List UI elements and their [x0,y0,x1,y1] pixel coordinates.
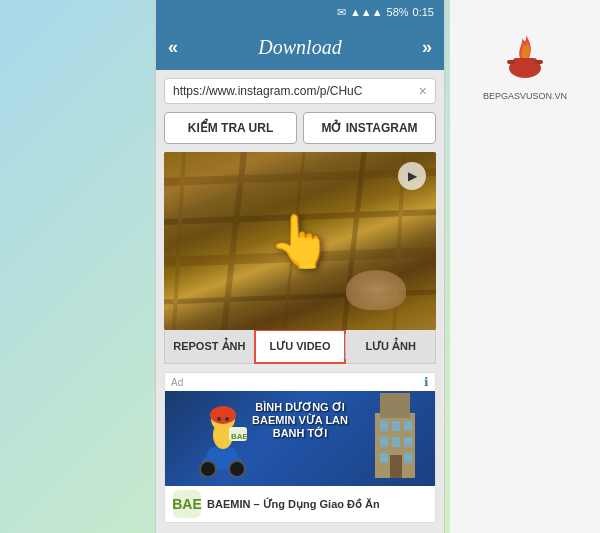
check-url-button[interactable]: KIỂM TRA URL [164,112,297,144]
save-video-button[interactable]: LƯU VIDEO [254,329,347,364]
page-title: Download [258,36,341,59]
svg-point-15 [200,461,216,477]
ad-character-icon: BAE [195,397,250,486]
ad-line2: BAEMIN VỪA LAN [252,414,348,427]
svg-rect-2 [507,60,515,64]
svg-point-19 [210,406,236,424]
url-bar: https://www.instagram.com/p/CHuC × [164,78,436,104]
action-buttons-row: KIỂM TRA URL MỞ INSTAGRAM [164,112,436,144]
forward-button[interactable]: » [422,37,432,58]
ad-banner[interactable]: BÌNH DƯƠNG ƠI BAEMIN VỪA LAN BANH TỚI [165,391,435,486]
flame-icon [483,30,567,87]
advertisement: Ad ℹ BÌNH DƯƠNG ƠI BAEMIN VỪA LAN BANH T… [164,372,436,523]
ad-footer: BAE BAEMIN – Ứng Dụng Giao Đồ Ăn [165,486,435,522]
svg-text:BAE: BAE [231,432,249,441]
video-preview: 👆 ▶ [164,152,436,330]
ad-line3: BANH TỚI [252,427,348,440]
url-clear-button[interactable]: × [419,83,427,99]
time-display: 0:15 [413,6,434,18]
status-bar: ✉ ▲▲▲ 58% 0:15 [156,0,444,24]
play-button[interactable]: ▶ [398,162,426,190]
svg-rect-29 [380,437,388,447]
svg-point-20 [217,417,221,421]
repost-image-button[interactable]: REPOST ẢNH [165,330,254,363]
media-action-row: REPOST ẢNH LƯU VIDEO LƯU ẢNH [164,330,436,364]
svg-rect-34 [390,455,402,478]
phone-mockup: ✉ ▲▲▲ 58% 0:15 « Download » https://www.… [155,0,445,533]
message-icon: ✉ [337,6,346,19]
right-sidebar: BEPGASVUSON.VN [450,0,600,533]
save-image-button[interactable]: LƯU ẢNH [346,330,435,363]
svg-point-16 [229,461,245,477]
ad-logo: BAE [173,490,201,518]
svg-rect-32 [380,453,388,463]
svg-rect-33 [404,453,412,463]
svg-rect-28 [404,421,412,431]
ad-line1: BÌNH DƯƠNG ƠI [252,401,348,414]
ad-info-icon[interactable]: ℹ [424,375,429,389]
svg-rect-26 [380,421,388,431]
ad-label-row: Ad ℹ [165,373,435,391]
url-text: https://www.instagram.com/p/CHuC [173,84,415,98]
brand-name: BEPGASVUSON.VN [483,91,567,103]
ad-banner-text: BÌNH DƯƠNG ƠI BAEMIN VỪA LAN BANH TỚI [252,401,348,440]
main-content: https://www.instagram.com/p/CHuC × KIỂM … [156,70,444,533]
wifi-icon: ▲▲▲ [350,6,383,18]
svg-rect-25 [380,393,410,418]
svg-rect-30 [392,437,400,447]
open-instagram-button[interactable]: MỞ INSTAGRAM [303,112,436,144]
battery-percent: 58% [387,6,409,18]
hand-cursor-icon: 👆 [268,211,333,272]
back-button[interactable]: « [168,37,178,58]
ad-text: Ad [171,377,183,388]
ad-description: BAEMIN – Ứng Dụng Giao Đồ Ăn [207,498,380,511]
svg-rect-27 [392,421,400,431]
svg-rect-31 [404,437,412,447]
svg-rect-1 [513,58,537,70]
svg-point-21 [225,417,229,421]
brand-logo: BEPGASVUSON.VN [483,30,567,103]
svg-rect-3 [535,60,543,64]
video-animal [346,270,406,310]
ad-building-icon [370,393,420,486]
app-header: « Download » [156,24,444,70]
